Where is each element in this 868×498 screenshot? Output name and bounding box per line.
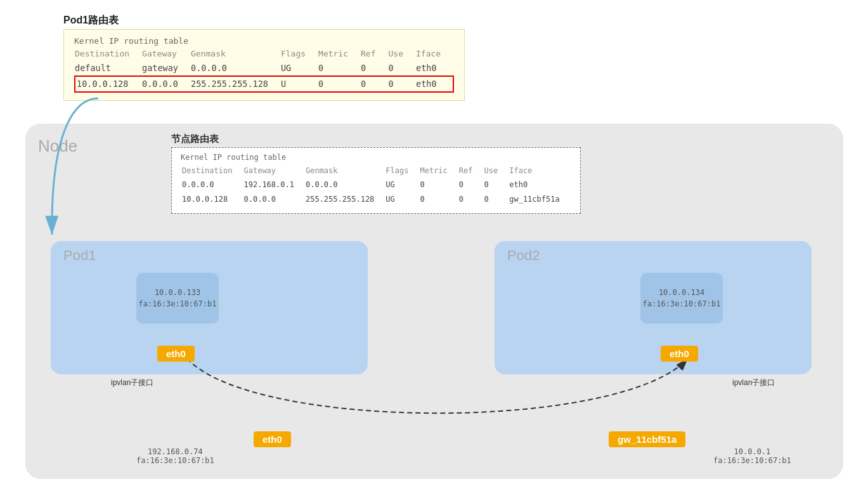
bottom-right-ip-addr: 10.0.0.1 — [713, 447, 791, 456]
pod1-table: Destination Gateway Genmask Flags Metric… — [74, 47, 454, 93]
bottom-left-mac: fa:16:3e:10:67:b1 — [136, 456, 214, 465]
bottom-gw-badge: gw_11cbf51a — [609, 431, 685, 447]
pod1-row2-highlighted: 10.0.0.128 0.0.0.0 255.255.255.128 U 0 0… — [75, 76, 453, 92]
node-kernel-header: Kernel IP routing table — [181, 153, 571, 162]
bottom-left-ip: 192.168.0.74 fa:16:3e:10:67:b1 — [136, 447, 214, 465]
pod1-kernel-header: Kernel IP routing table — [74, 36, 454, 46]
bottom-right-mac: fa:16:3e:10:67:b1 — [713, 456, 791, 465]
pod2-eth0-inner-box: 10.0.0.134 fa:16:3e:10:67:b1 — [640, 273, 723, 324]
node-routing-title: 节点路由表 — [171, 133, 219, 145]
node-row2: 10.0.0.128 0.0.0.0 255.255.255.128 UG 0 … — [182, 193, 570, 206]
pod1-mac: fa:16:3e:10:67:b1 — [139, 298, 217, 310]
pod1-routing-table: Kernel IP routing table Destination Gate… — [63, 29, 465, 101]
node-col-headers: Destination Gateway Genmask Flags Metric… — [182, 164, 570, 177]
node-routing-table: Kernel IP routing table Destination Gate… — [171, 147, 581, 214]
pod2-eth0-badge: eth0 — [661, 346, 698, 362]
node-label: Node — [38, 136, 77, 156]
pod1-col-headers: Destination Gateway Genmask Flags Metric… — [75, 47, 453, 61]
node-table: Destination Gateway Genmask Flags Metric… — [181, 163, 571, 207]
pod2-ip: 10.0.0.134 — [659, 287, 704, 298]
bottom-left-ip-addr: 192.168.0.74 — [136, 447, 214, 456]
pod2-box-label: Pod2 — [507, 247, 540, 264]
node-row1: 0.0.0.0 192.168.0.1 0.0.0.0 UG 0 0 0 eth… — [182, 178, 570, 191]
pod1-ip: 10.0.0.133 — [155, 287, 200, 298]
bottom-eth0-badge: eth0 — [254, 431, 291, 447]
bottom-right-ip: 10.0.0.1 fa:16:3e:10:67:b1 — [713, 447, 791, 465]
pod1-eth0-badge: eth0 — [157, 346, 195, 362]
pod1-box-label: Pod1 — [63, 247, 96, 264]
pod1-routing-title: Pod1路由表 — [63, 14, 119, 27]
ipvlan-label-right: ipvlan子接口 — [732, 377, 775, 388]
pod1-eth0-inner-box: 10.0.0.133 fa:16:3e:10:67:b1 — [136, 273, 219, 324]
ipvlan-label-left: ipvlan子接口 — [111, 377, 153, 388]
pod1-row1: default gateway 0.0.0.0 UG 0 0 0 eth0 — [75, 61, 453, 76]
pod2-mac: fa:16:3e:10:67:b1 — [643, 298, 721, 310]
main-container: Pod1路由表 Kernel IP routing table Destinat… — [0, 0, 868, 498]
